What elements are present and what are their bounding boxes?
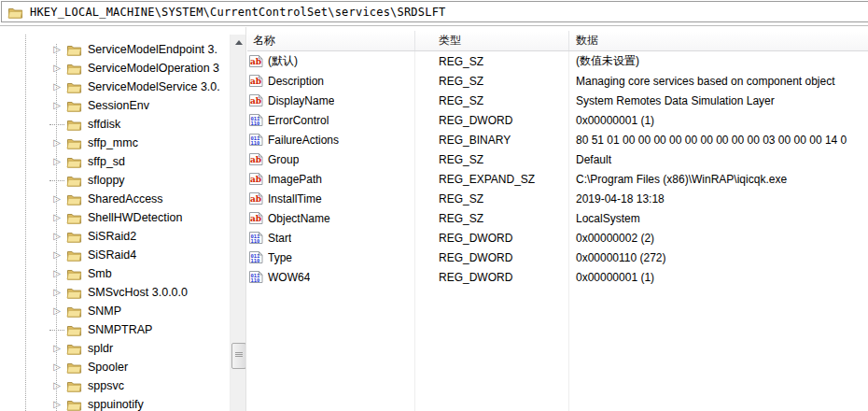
expand-arrow-icon[interactable]: ▷ (49, 82, 64, 92)
tree-item[interactable]: ▷SiSRaid4 (0, 246, 230, 264)
value-name-cell: abDescription (247, 75, 415, 88)
svg-text:ab: ab (250, 175, 261, 184)
value-name-cell: 011110FailureActions (247, 134, 415, 147)
registry-row[interactable]: abInstallTimeREG_SZ2019-04-18 13:18 (247, 189, 868, 208)
value-type-cell: REG_DWORD (415, 251, 569, 264)
tree-item[interactable]: ▷ShellHWDetection (0, 208, 230, 227)
folder-icon (66, 136, 82, 149)
expand-arrow-icon[interactable]: ▷ (49, 64, 64, 73)
tree-item[interactable]: ▷ServiceModelOperation 3 (0, 59, 230, 78)
column-header-type[interactable]: 类型 (415, 31, 569, 50)
value-name: WOW64 (268, 271, 310, 284)
expand-arrow-icon[interactable]: ▷ (49, 250, 64, 260)
registry-row[interactable]: abDisplayNameREG_SZSystem Remotes Data S… (247, 91, 868, 110)
expand-arrow-icon[interactable]: ▷ (49, 213, 64, 222)
binary-value-icon: 011110 (249, 134, 263, 146)
value-name: (默认) (268, 53, 298, 69)
registry-row[interactable]: abGroupREG_SZDefault (247, 149, 868, 169)
tree-item-label: Spooler (88, 361, 128, 374)
expand-arrow-icon[interactable]: ▷ (49, 306, 64, 316)
registry-row[interactable]: abImagePathREG_EXPAND_SZC:\Program Files… (247, 169, 868, 189)
tree-item[interactable]: ▷Smb (0, 264, 230, 283)
folder-icon (66, 230, 82, 243)
tree-item-label: SNMPTRAP (88, 323, 152, 336)
tree-item[interactable]: ▷sppuinotify (0, 395, 230, 411)
value-type-cell: REG_DWORD (415, 271, 569, 284)
panel-splitter[interactable] (245, 27, 246, 411)
value-data-cell: 80 51 01 00 00 00 00 00 00 00 00 00 03 0… (569, 134, 868, 147)
value-data-cell: LocalSystem (569, 212, 868, 225)
string-value-icon: ab (249, 153, 263, 165)
expand-arrow-icon[interactable]: ▷ (49, 194, 64, 204)
value-type-cell: REG_SZ (415, 94, 569, 107)
string-value-icon: ab (249, 55, 263, 67)
value-type-cell: REG_DWORD (415, 114, 569, 127)
arrow-up-icon (235, 40, 243, 45)
expand-arrow-icon[interactable]: ▷ (49, 269, 64, 278)
tree-item[interactable]: ▷sffp_mmc (0, 134, 230, 152)
folder-icon (66, 305, 82, 318)
expand-arrow-icon[interactable]: ▷ (49, 101, 64, 110)
registry-row[interactable]: 011110TypeREG_DWORD0x00000110 (272) (247, 248, 868, 267)
expand-arrow-icon[interactable]: ▷ (49, 288, 64, 297)
value-type-cell: REG_BINARY (415, 134, 569, 147)
registry-row[interactable]: abObjectNameREG_SZLocalSystem (247, 208, 868, 228)
tree-item-label: SharedAccess (88, 192, 163, 206)
tree-item[interactable]: ▷sppsvc (0, 376, 230, 395)
svg-text:ab: ab (250, 57, 261, 66)
value-type-cell: REG_SZ (415, 75, 569, 88)
expand-arrow-icon[interactable]: ▷ (49, 362, 64, 372)
binary-value-icon: 011110 (249, 271, 263, 283)
binary-value-icon: 011110 (249, 114, 263, 126)
expand-arrow-icon[interactable]: ▷ (49, 400, 64, 409)
registry-row[interactable]: ab(默认)REG_SZ(数值未设置) (247, 51, 868, 71)
tree-scrollbar[interactable] (230, 35, 246, 411)
value-data-cell: 2019-04-18 13:18 (569, 192, 868, 206)
svg-text:110: 110 (251, 277, 260, 283)
tree-item[interactable]: ▷ServiceModelEndpoint 3. (0, 40, 230, 59)
tree-item[interactable]: ▷SiSRaid2 (0, 227, 230, 246)
value-name-cell: abGroup (247, 153, 415, 166)
address-bar[interactable]: HKEY_LOCAL_MACHINE\SYSTEM\CurrentControl… (1, 1, 868, 22)
registry-row[interactable]: 011110FailureActionsREG_BINARY80 51 01 0… (247, 130, 868, 149)
svg-text:110: 110 (251, 140, 260, 146)
list-rows: ab(默认)REG_SZ(数值未设置)abDescriptionREG_SZMa… (247, 51, 868, 287)
registry-row[interactable]: 011110ErrorControlREG_DWORD0x00000001 (1… (247, 110, 868, 130)
expand-arrow-icon[interactable]: ▷ (49, 381, 64, 390)
address-path: HKEY_LOCAL_MACHINE\SYSTEM\CurrentControl… (30, 6, 445, 19)
tree-panel[interactable]: ▷ServiceModelEndpoint 3.▷ServiceModelOpe… (0, 31, 230, 411)
tree-item[interactable]: ▷Spooler (0, 358, 230, 376)
tree-item[interactable]: ▷spldr (0, 339, 230, 358)
registry-row[interactable]: 011110WOW64REG_DWORD0x00000001 (1) (247, 267, 868, 287)
tree-item[interactable]: ▷sffp_sd (0, 152, 230, 171)
tree-item[interactable]: ▷SNMP (0, 302, 230, 320)
svg-text:ab: ab (250, 77, 261, 86)
tree-item[interactable]: sfloppy (0, 171, 230, 190)
column-header-data[interactable]: 数据 (569, 31, 868, 50)
tree-item[interactable]: ▷SessionEnv (0, 96, 230, 115)
tree-item-label: SiSRaid4 (88, 248, 136, 262)
expand-arrow-icon[interactable]: ▷ (49, 232, 64, 241)
regedit-window: HKEY_LOCAL_MACHINE\SYSTEM\CurrentControl… (0, 0, 868, 411)
tree-item[interactable]: ▷SharedAccess (0, 190, 230, 208)
value-name: FailureActions (268, 134, 339, 147)
expand-arrow-icon[interactable]: ▷ (49, 138, 64, 148)
expand-arrow-icon[interactable]: ▷ (49, 344, 64, 353)
expand-arrow-icon[interactable]: ▷ (49, 45, 64, 54)
scroll-thumb[interactable] (231, 343, 246, 369)
tree-item-label: SMSvcHost 3.0.0.0 (88, 286, 188, 299)
tree-item[interactable]: SNMPTRAP (0, 320, 230, 339)
svg-text:ab: ab (250, 214, 261, 223)
folder-icon (66, 174, 82, 187)
scroll-up-button[interactable] (231, 35, 246, 50)
column-header-name[interactable]: 名称 (247, 31, 415, 50)
tree-item[interactable]: sffdisk (0, 115, 230, 134)
binary-value-icon: 011110 (249, 251, 263, 263)
registry-row[interactable]: abDescriptionREG_SZManaging core service… (247, 71, 868, 91)
tree-item[interactable]: ▷ServiceModelService 3.0. (0, 78, 230, 96)
registry-row[interactable]: 011110StartREG_DWORD0x00000002 (2) (247, 228, 868, 248)
tree-item[interactable]: ▷SMSvcHost 3.0.0.0 (0, 283, 230, 302)
folder-icon (66, 43, 82, 56)
expand-arrow-icon[interactable]: ▷ (49, 157, 64, 166)
folder-icon (66, 342, 82, 355)
